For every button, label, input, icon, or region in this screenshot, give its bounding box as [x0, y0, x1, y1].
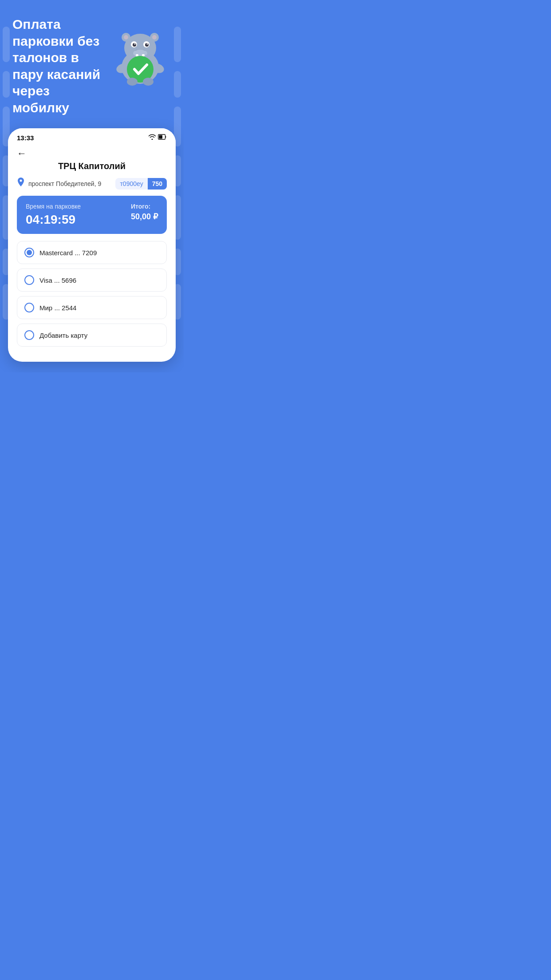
payment-label-visa: Visa ... 5696	[39, 277, 76, 284]
svg-point-11	[147, 43, 148, 45]
svg-point-20	[127, 78, 138, 86]
battery-icon	[158, 134, 167, 142]
hippo-mascot	[109, 16, 171, 87]
parking-time-section: Время на парковке 04:19:59	[26, 203, 81, 227]
payment-label-mastercard: Mastercard ... 7209	[39, 249, 97, 257]
parking-total-section: Итого: 50,00 ₽	[131, 203, 158, 221]
wifi-icon	[148, 134, 156, 142]
radio-btn-visa	[24, 275, 34, 285]
parking-title: ТРЦ Капитолий	[17, 161, 167, 171]
plate-number: 750	[148, 178, 167, 190]
status-time: 13:33	[17, 134, 34, 142]
top-section: Оплата парковки без талонов в пару касан…	[0, 0, 184, 128]
headline: Оплата парковки без талонов в пару касан…	[12, 16, 109, 116]
phone-mockup: 13:33 ← ТРЦ Капитолий	[8, 128, 176, 362]
address-text: проспект Победителей, 9	[28, 180, 101, 187]
svg-rect-15	[136, 54, 138, 56]
payment-option-visa[interactable]: Visa ... 5696	[17, 269, 167, 292]
payment-option-add[interactable]: Добавить карту	[17, 324, 167, 347]
location-row: проспект Победителей, 9 т0900еу 750	[17, 178, 167, 190]
svg-point-3	[124, 35, 128, 40]
plate-badge: т0900еу 750	[115, 178, 167, 190]
radio-btn-add	[24, 330, 34, 340]
status-bar: 13:33	[8, 128, 176, 144]
plate-text: т0900еу	[115, 178, 147, 190]
parking-time-value: 04:19:59	[26, 213, 81, 227]
radio-btn-mastercard	[24, 248, 34, 257]
location-left: проспект Победителей, 9	[17, 178, 101, 190]
payment-option-mir[interactable]: Мир ... 2544	[17, 296, 167, 319]
status-icons	[148, 134, 167, 142]
svg-point-21	[143, 78, 153, 86]
payment-label-add: Добавить карту	[39, 332, 87, 339]
radio-btn-mir	[24, 303, 34, 312]
back-button[interactable]: ←	[8, 144, 176, 161]
parking-card: Время на парковке 04:19:59 Итого: 50,00 …	[17, 196, 167, 234]
phone-content: ТРЦ Капитолий проспект Победителей, 9 т0…	[8, 161, 176, 362]
svg-point-10	[134, 43, 136, 45]
svg-point-14	[133, 50, 147, 57]
payment-label-mir: Мир ... 2544	[39, 304, 76, 312]
parking-time-label: Время на парковке	[26, 203, 81, 210]
location-pin-icon	[17, 178, 25, 190]
payment-option-mastercard[interactable]: Mastercard ... 7209	[17, 241, 167, 264]
svg-point-5	[152, 35, 157, 40]
back-arrow-icon: ←	[17, 148, 27, 159]
parking-total-label: Итого:	[131, 203, 158, 210]
payment-options: Mastercard ... 7209Visa ... 5696Мир ... …	[17, 241, 167, 347]
svg-point-24	[20, 180, 22, 182]
svg-rect-23	[159, 135, 162, 139]
parking-total-value: 50,00 ₽	[131, 212, 158, 221]
svg-rect-16	[142, 54, 145, 56]
